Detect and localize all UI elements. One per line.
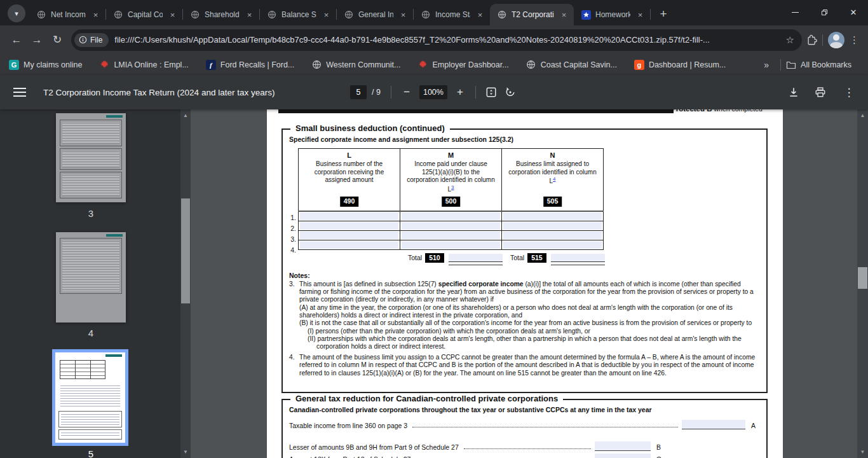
- bookmark-star-icon[interactable]: ☆: [786, 34, 794, 46]
- pdf-page-controls: / 9 − 100% +: [350, 85, 518, 100]
- pdf-menu-button[interactable]: [13, 85, 26, 99]
- tab-search-button[interactable]: ▾: [8, 4, 25, 22]
- bookmark-my-claims[interactable]: G My claims online: [9, 60, 82, 70]
- table-input[interactable]: [503, 222, 602, 230]
- close-window-button[interactable]: ✕: [839, 0, 868, 24]
- tab-t2-corporation-active[interactable]: T2 Corporati ×: [490, 4, 574, 25]
- extensions-button[interactable]: [806, 34, 817, 46]
- line-a-row: Taxable income from line 360 on page 3 A: [289, 420, 760, 429]
- table-input[interactable]: [300, 241, 398, 249]
- page-number-input[interactable]: [350, 85, 367, 99]
- table-input[interactable]: [300, 232, 398, 239]
- sidebar-scrollbar-thumb[interactable]: [181, 198, 190, 303]
- bookmark-coast-capital[interactable]: Coast Capital Savin...: [526, 60, 617, 70]
- page-4-thumbnail[interactable]: [56, 232, 126, 323]
- bookmark-western-community[interactable]: Western Communit...: [311, 60, 400, 70]
- close-icon[interactable]: ×: [635, 10, 646, 20]
- main-scrollbar-thumb[interactable]: [858, 267, 867, 289]
- bookmark-label: Western Communit...: [326, 60, 400, 69]
- tab-homework[interactable]: Homework H ×: [574, 4, 650, 25]
- tab-balance-sheet[interactable]: Balance Shee ×: [260, 4, 336, 25]
- thumb-decoration: [58, 383, 122, 408]
- print-button[interactable]: [815, 87, 826, 98]
- protected-b-label: Protected B when completed: [671, 109, 763, 113]
- table-input[interactable]: [402, 222, 500, 230]
- sidebar-scrollbar[interactable]: ▲ ▼: [180, 109, 191, 458]
- close-icon[interactable]: ×: [398, 10, 409, 20]
- restore-button[interactable]: [810, 0, 839, 24]
- back-button[interactable]: ←: [6, 30, 27, 50]
- file-scheme-chip[interactable]: File: [74, 33, 109, 47]
- browser-menu-button[interactable]: ⋮: [850, 34, 859, 46]
- page-count: / 9: [372, 88, 381, 97]
- line-c-input[interactable]: [595, 454, 651, 458]
- close-icon[interactable]: ×: [475, 10, 485, 20]
- rotate-button[interactable]: [503, 85, 518, 100]
- section-title: Small business deduction (continued): [290, 123, 450, 133]
- line-a-input[interactable]: [682, 420, 745, 429]
- table-input[interactable]: [402, 212, 500, 220]
- scroll-down-icon[interactable]: ▼: [857, 449, 868, 455]
- bookmark-dashboard-resume[interactable]: g Dashboard | Resum...: [634, 60, 726, 70]
- globe-icon: [36, 10, 46, 20]
- line-a-letter: A: [751, 422, 760, 429]
- table-input[interactable]: [300, 222, 398, 230]
- zoom-in-button[interactable]: +: [452, 85, 468, 100]
- bookmark-employer-dashboard[interactable]: Employer Dashboar...: [417, 60, 508, 70]
- page-5-thumbnail-selected[interactable]: [52, 349, 128, 446]
- close-icon[interactable]: ×: [244, 10, 255, 20]
- profile-avatar[interactable]: [828, 32, 844, 48]
- line-c-label: Amount 13K from Part 13 of Schedule 27: [289, 455, 410, 458]
- zoom-out-button[interactable]: −: [399, 85, 414, 100]
- pdf-more-button[interactable]: ⋮: [841, 85, 857, 100]
- close-icon[interactable]: ×: [167, 10, 178, 20]
- reload-button[interactable]: ↻: [47, 30, 67, 50]
- notes-title: Notes:: [289, 272, 760, 280]
- fit-page-button[interactable]: [484, 85, 499, 100]
- tab-label: Homework H: [595, 10, 630, 19]
- table-input[interactable]: [503, 212, 602, 220]
- table-input[interactable]: [300, 212, 398, 220]
- chevron-down-icon: ▾: [15, 10, 18, 18]
- page-3-thumbnail[interactable]: [56, 113, 126, 202]
- close-icon[interactable]: ×: [90, 10, 101, 20]
- table-input[interactable]: [402, 241, 500, 249]
- tab-income-statement[interactable]: Income State ×: [414, 4, 490, 25]
- bookmarks-overflow-button[interactable]: »: [764, 60, 769, 70]
- total-510-input[interactable]: [449, 254, 503, 262]
- globe-icon: [526, 60, 536, 70]
- new-tab-button[interactable]: +: [654, 5, 672, 23]
- bookmark-lmia[interactable]: LMIA Online : Empl...: [99, 60, 188, 70]
- zoom-level[interactable]: 100%: [419, 85, 447, 99]
- divider: [780, 59, 781, 71]
- line-code-505: 505: [543, 197, 562, 207]
- close-icon[interactable]: ×: [321, 10, 332, 20]
- table-input[interactable]: [503, 241, 602, 249]
- globe-icon: [267, 10, 277, 20]
- note-4-link[interactable]: 4: [553, 176, 555, 182]
- bookmark-ford-recalls[interactable]: f Ford Recalls | Ford...: [206, 60, 294, 70]
- all-bookmarks-button[interactable]: All Bookmarks: [786, 60, 851, 69]
- scroll-up-icon[interactable]: ▲: [180, 113, 191, 118]
- tab-net-income[interactable]: Net Income ( ×: [29, 4, 105, 25]
- minimize-button[interactable]: [780, 0, 810, 24]
- download-button[interactable]: [788, 87, 799, 98]
- tab-general-index[interactable]: General Inde ×: [337, 4, 413, 25]
- row-number: 4.: [286, 246, 296, 254]
- line-b-input[interactable]: [595, 441, 651, 451]
- pdf-viewport[interactable]: Protected B when completed Small busines…: [191, 109, 857, 458]
- url-text[interactable]: file:///C:/Users/khush/AppData/Local/Tem…: [114, 35, 780, 45]
- forward-button[interactable]: →: [27, 30, 47, 50]
- scroll-up-icon[interactable]: ▲: [857, 113, 868, 118]
- tab-shareholder[interactable]: Shareholder ×: [183, 4, 259, 25]
- main-scrollbar[interactable]: ▲ ▼: [857, 109, 868, 458]
- row-number: 2.: [286, 225, 296, 232]
- table-input[interactable]: [402, 232, 500, 239]
- close-icon[interactable]: ×: [559, 10, 569, 20]
- total-515-input[interactable]: [551, 254, 605, 262]
- omnibox[interactable]: File file:///C:/Users/khush/AppData/Loca…: [71, 29, 802, 51]
- note-3-link[interactable]: 3: [451, 184, 454, 190]
- scroll-down-icon[interactable]: ▼: [180, 449, 191, 455]
- table-input[interactable]: [503, 232, 602, 239]
- tab-capital-cost[interactable]: Capital Cost ×: [106, 4, 182, 25]
